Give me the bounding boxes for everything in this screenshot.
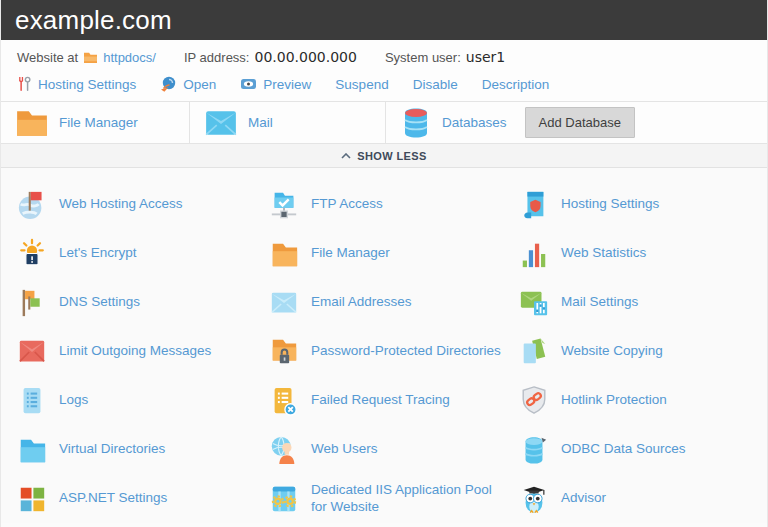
tool-website-copying[interactable]: Website Copying [519,327,767,376]
log-document-icon [17,385,47,417]
tool-label: Web Statistics [561,245,646,262]
databases-shortcut-label[interactable]: Databases [442,115,507,130]
ip-label: IP address: [184,50,250,65]
chevron-up-icon [341,153,351,159]
tool-dns-settings[interactable]: DNS Settings [17,278,269,327]
tool-web-hosting-access[interactable]: Web Hosting Access [17,180,269,229]
tool-label: Failed Request Tracing [311,392,450,409]
preview-eye-icon [240,77,257,91]
file-manager-shortcut-label: File Manager [59,115,138,130]
owl-icon [519,483,549,515]
mail-envelope-icon [204,109,238,137]
suspend-link[interactable]: Suspend [335,77,388,92]
hosting-settings-label: Hosting Settings [38,77,136,92]
tool-label: Website Copying [561,343,663,360]
tool-label: Logs [59,392,88,409]
ip-value: 00.00.000.000 [254,49,356,65]
tool-odbc-data-sources[interactable]: ODBC Data Sources [519,425,767,474]
tool-dedicated-iis-app-pool[interactable]: Dedicated IIS Application Pool for Websi… [269,474,519,523]
tool-label: Hosting Settings [561,196,659,213]
blue-envelope-icon [269,287,299,319]
open-link[interactable]: Open [160,76,216,92]
hosting-settings-link[interactable]: Hosting Settings [17,76,136,92]
folder-icon [83,51,98,64]
databases-shortcut: Databases Add Database [386,102,767,143]
tool-hosting-settings[interactable]: Hosting Settings [519,180,767,229]
tools-grid: Web Hosting Access FTP Access Hosting Se… [1,168,767,523]
docroot-link[interactable]: httpdocs/ [103,50,156,65]
file-manager-shortcut[interactable]: File Manager [1,102,190,143]
tool-logs[interactable]: Logs [17,376,269,425]
sun-padlock-icon [17,238,47,270]
document-error-icon [269,385,299,417]
description-link[interactable]: Description [482,77,550,92]
plesk-domain-page: example.com Website at httpdocs/ IP addr… [0,0,768,527]
show-less-toggle[interactable]: SHOW LESS [1,144,767,168]
ip-segment: IP address: 00.00.000.000 [184,49,357,65]
system-user-segment: System user: user1 [385,49,505,65]
preview-label: Preview [263,77,311,92]
tool-web-statistics[interactable]: Web Statistics [519,229,767,278]
blue-database-icon [519,434,549,466]
folder-lock-icon [269,336,299,368]
tool-ftp-access[interactable]: FTP Access [269,180,519,229]
page-header: example.com [1,0,767,40]
tools-icon [17,76,32,92]
disable-label: Disable [413,77,458,92]
tool-hotlink-protection[interactable]: Hotlink Protection [519,376,767,425]
add-database-button[interactable]: Add Database [525,107,635,138]
tool-label: ASP.NET Settings [59,490,167,507]
tool-aspnet-settings[interactable]: ASP.NET Settings [17,474,269,523]
envelope-sliders-icon [519,287,549,319]
tool-label: Hotlink Protection [561,392,667,409]
tool-mail-settings[interactable]: Mail Settings [519,278,767,327]
orange-folder-icon [15,108,49,138]
website-at-label: Website at [17,50,78,65]
bar-chart-icon [519,238,549,270]
tool-limit-outgoing-messages[interactable]: Limit Outgoing Messages [17,327,269,376]
app-pool-gears-icon [269,483,299,515]
system-user-value: user1 [466,49,505,65]
tool-virtual-directories[interactable]: Virtual Directories [17,425,269,474]
page-title: example.com [15,5,172,36]
flags-icon [17,287,47,319]
action-links-row: Hosting Settings Open Preview Suspend Di… [1,69,767,102]
tool-email-addresses[interactable]: Email Addresses [269,278,519,327]
tool-label: Mail Settings [561,294,638,311]
mail-shortcut-label: Mail [248,115,273,130]
user-globe-icon [269,434,299,466]
tool-label: Virtual Directories [59,441,165,458]
open-site-icon [160,76,177,92]
open-label: Open [183,77,216,92]
domain-info-bar: Website at httpdocs/ IP address: 00.00.0… [1,40,767,69]
tool-label: ODBC Data Sources [561,441,686,458]
tool-web-users[interactable]: Web Users [269,425,519,474]
globe-flag-icon [17,189,47,221]
tool-label: File Manager [311,245,390,262]
tool-lets-encrypt[interactable]: Let's Encrypt [17,229,269,278]
show-less-label: SHOW LESS [357,150,427,162]
tool-password-protected-directories[interactable]: Password-Protected Directories [269,327,519,376]
disable-link[interactable]: Disable [413,77,458,92]
copy-pages-icon [519,336,549,368]
mail-shortcut[interactable]: Mail [190,102,386,143]
tool-advisor[interactable]: Advisor [519,474,767,523]
tool-label: Advisor [561,490,606,507]
shortcut-bar: File Manager Mail Databases Add Database [1,102,767,144]
tool-failed-request-tracing[interactable]: Failed Request Tracing [269,376,519,425]
tool-label: DNS Settings [59,294,140,311]
description-label: Description [482,77,550,92]
tool-label: Web Users [311,441,378,458]
tool-label: Password-Protected Directories [311,343,501,360]
preview-link[interactable]: Preview [240,77,311,92]
shield-chain-icon [519,385,549,417]
suspend-label: Suspend [335,77,388,92]
tool-label: Email Addresses [311,294,412,311]
tool-label: Limit Outgoing Messages [59,343,211,360]
ms-squares-icon [17,483,47,515]
tool-file-manager[interactable]: File Manager [269,229,519,278]
system-user-label: System user: [385,50,461,65]
red-envelope-icon [17,336,47,368]
scroll-shield-icon [519,189,549,221]
database-icon[interactable] [400,107,432,139]
